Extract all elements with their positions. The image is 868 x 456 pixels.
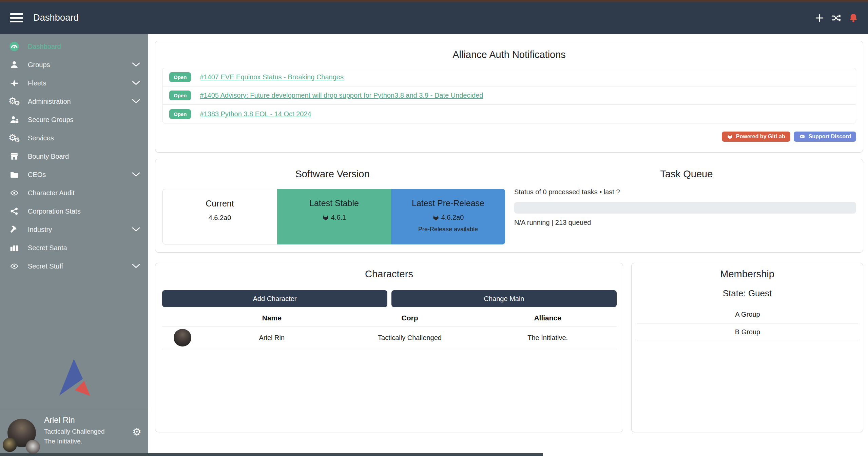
notification-row: Open #1383 Python 3.8 EOL - 14 Oct 2024 <box>162 105 856 123</box>
corp-logo <box>3 438 17 452</box>
sidebar-item-label: Services <box>28 134 140 142</box>
eye-icon <box>8 188 20 198</box>
sidebar-item-label: Industry <box>28 226 131 234</box>
character-name: Ariel Rin <box>203 334 341 342</box>
task-queue-progressbar <box>514 202 856 214</box>
character-corp: Tactically Challenged <box>341 334 479 342</box>
sidebar-item-character-audit[interactable]: Character Audit <box>0 184 148 202</box>
character-portrait <box>174 329 191 346</box>
user-lock-icon <box>8 115 20 125</box>
sidebar-item-secret-stuff[interactable]: Secret Stuff <box>0 257 148 275</box>
chevron-down-icon <box>131 264 140 269</box>
software-version-section: Software Version Current 4.6.2a0 Latest … <box>155 159 509 252</box>
table-row: Ariel Rin Tactically Challenged The Init… <box>162 326 617 349</box>
alliance-logo <box>26 440 40 454</box>
chevron-down-icon <box>131 227 140 232</box>
version-value: 4.6.1 <box>331 214 346 221</box>
character-alliance: The Initiative. <box>479 334 617 342</box>
chevron-down-icon <box>131 81 140 85</box>
add-plus-icon[interactable] <box>814 12 825 24</box>
membership-title: Membership <box>632 269 863 280</box>
chevron-down-icon <box>131 99 140 104</box>
top-navbar: Dashboard <box>0 2 868 34</box>
sidebar-item-secure-groups[interactable]: Secure Groups <box>0 111 148 129</box>
characters-panel: Characters Add Character Change Main Nam… <box>155 263 623 432</box>
user-alliance: The Initiative. <box>44 438 105 445</box>
gifts-icon <box>8 243 20 253</box>
share-icon <box>8 206 20 216</box>
header-name: Name <box>203 314 341 322</box>
alliance-auth-logo <box>0 357 148 399</box>
gitlab-tanuki-icon <box>322 214 329 221</box>
header-alliance: Alliance <box>479 314 617 322</box>
shuffle-icon[interactable] <box>831 12 842 24</box>
sidebar-item-secret-santa[interactable]: Secret Santa <box>0 239 148 257</box>
gauge-icon <box>8 41 20 52</box>
software-version-title: Software Version <box>155 168 509 180</box>
sidebar-item-groups[interactable]: Groups <box>0 56 148 74</box>
task-queue-counts: N/A running | 213 queued <box>514 219 591 226</box>
version-prerelease-box: Latest Pre-Release 4.6.2a0 Pre-Release a… <box>391 189 505 244</box>
add-character-button[interactable]: Add Character <box>162 290 387 307</box>
sidebar: Dashboard Groups Fleets ⚙⚙ <box>0 34 148 456</box>
hammer-icon <box>8 224 20 235</box>
task-queue-title: Task Queue <box>509 168 864 180</box>
gears-icon: ⚙⚙ <box>8 133 20 143</box>
version-label: Latest Stable <box>277 198 391 208</box>
status-badge: Open <box>169 72 191 82</box>
settings-gear-icon[interactable]: ⚙ <box>132 427 141 437</box>
sidebar-item-label: Secret Stuff <box>28 262 131 270</box>
notification-row: Open #1407 EVE Equinox Status - Breaking… <box>162 68 856 86</box>
version-current-box: Current 4.6.2a0 <box>162 189 277 244</box>
notification-link[interactable]: #1383 Python 3.8 EOL - 14 Oct 2024 <box>200 110 311 118</box>
notifications-panel: Alliance Auth Notifications Open #1407 E… <box>155 41 863 153</box>
window-top-border <box>0 0 868 2</box>
sidebar-item-label: Dashboard <box>28 43 140 51</box>
characters-table: Name Corp Alliance Ariel Rin Tactically … <box>162 310 617 349</box>
user-icon <box>8 60 20 70</box>
sidebar-item-industry[interactable]: Industry <box>0 220 148 239</box>
menu-hamburger-icon[interactable] <box>10 11 23 24</box>
user-corp: Tactically Challenged <box>44 428 105 435</box>
sidebar-item-administration[interactable]: ⚙⚙ Administration <box>0 92 148 111</box>
chevron-down-icon <box>131 62 140 67</box>
notification-link[interactable]: #1405 Advisory: Future development will … <box>200 92 483 99</box>
user-name: Ariel Rin <box>44 415 105 425</box>
horizontal-scrollbar-thumb[interactable] <box>0 453 543 456</box>
sidebar-item-label: Corporation Stats <box>28 207 140 215</box>
support-discord-badge[interactable]: Support Discord <box>794 132 856 142</box>
sidebar-item-dashboard[interactable]: Dashboard <box>0 37 148 56</box>
folder-icon <box>8 170 20 180</box>
sidebar-item-bounty-board[interactable]: Bounty Board <box>0 147 148 165</box>
badge-label: Powered by GitLab <box>736 134 785 140</box>
sidebar-item-ceos[interactable]: CEOs <box>0 165 148 184</box>
header-corp: Corp <box>341 314 479 322</box>
list-item: A Group <box>637 306 858 323</box>
notification-row: Open #1405 Advisory: Future development … <box>162 86 856 105</box>
sidebar-item-label: Secure Groups <box>28 116 140 124</box>
badge-label: Support Discord <box>809 134 851 140</box>
status-badge: Open <box>169 91 191 100</box>
eye-icon <box>8 261 20 271</box>
sidebar-item-label: Bounty Board <box>28 153 140 160</box>
sidebar-item-corporation-stats[interactable]: Corporation Stats <box>0 202 148 220</box>
sidebar-item-services[interactable]: ⚙⚙ Services <box>0 129 148 147</box>
sidebar-item-label: Fleets <box>28 79 131 87</box>
characters-title: Characters <box>155 269 623 280</box>
change-main-button[interactable]: Change Main <box>391 290 617 307</box>
sidebar-item-label: Administration <box>28 98 131 105</box>
gitlab-tanuki-icon <box>727 134 733 140</box>
sidebar-item-label: CEOs <box>28 171 131 179</box>
jet-icon <box>8 78 20 88</box>
powered-by-gitlab-badge[interactable]: Powered by GitLab <box>722 132 790 142</box>
chevron-down-icon <box>131 172 140 177</box>
notifications-list: Open #1407 EVE Equinox Status - Breaking… <box>162 68 856 123</box>
gears-icon: ⚙⚙ <box>8 96 20 106</box>
sidebar-item-label: Groups <box>28 61 131 69</box>
status-badge: Open <box>169 109 191 119</box>
sidebar-item-fleets[interactable]: Fleets <box>0 74 148 92</box>
notification-bell-icon[interactable] <box>848 12 859 24</box>
notification-link[interactable]: #1407 EVE Equinox Status - Breaking Chan… <box>200 73 344 81</box>
discord-icon <box>799 134 806 140</box>
version-stable-box: Latest Stable 4.6.1 <box>277 189 391 244</box>
